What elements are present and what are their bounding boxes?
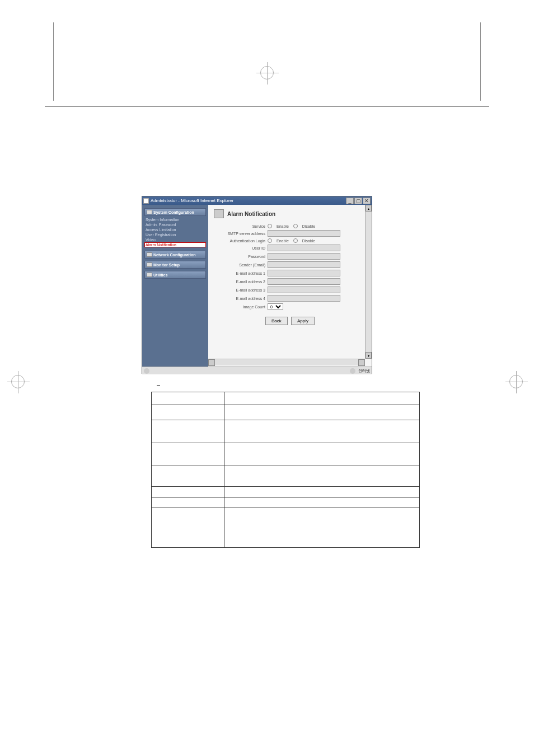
browser-window: Administrator - Microsoft Internet Explo… [142,196,372,374]
window-title: Administrator - Microsoft Internet Explo… [151,198,346,203]
sidebar-item-system-info[interactable]: System Information [144,217,206,222]
scroll-left-button[interactable] [208,359,215,366]
scroll-down-button[interactable]: ▾ [366,352,372,359]
password-label: Password [214,255,268,259]
email1-label: E-mail address 1 [214,271,268,275]
content-area: Alarm Notification Service Enable Disabl… [208,205,372,367]
email1-input[interactable] [268,270,340,276]
sidebar-item-user-registration[interactable]: User Registration [144,232,206,237]
sidebar-section-system-config[interactable]: System Configuration [144,208,206,216]
table-cell [224,443,419,466]
sidebar-header-label: Monitor Setup [153,263,180,267]
sidebar-header-label: System Configuration [153,210,194,214]
table-cell [152,443,224,466]
apply-button[interactable]: Apply [291,317,315,325]
monitor-icon [147,262,152,267]
margin-rule [53,22,54,101]
titlebar: Administrator - Microsoft Internet Explo… [142,196,372,205]
utilities-icon [147,273,152,277]
table-cell [152,420,224,443]
maximize-button[interactable]: ▢ [354,198,362,204]
sidebar: System Configuration System Information … [142,205,208,367]
page-frame [45,106,489,107]
sidebar-item-admin-password[interactable]: Admin. Password [144,222,206,227]
enable-text: Enable [277,224,289,228]
email4-label: E-mail address 4 [214,297,268,300]
auth-disable-radio[interactable] [293,238,298,243]
sidebar-item-video[interactable]: Video [144,237,206,242]
sidebar-section-network-config[interactable]: Network Configuration [144,251,206,259]
sidebar-item-alarm-notification[interactable]: Alarm Notification [144,242,206,247]
zone-text: 인터넷 [358,368,370,374]
bullet-dash [157,385,160,386]
smtp-label: SMTP server address [214,232,268,236]
service-enable-radio[interactable] [268,224,272,228]
email3-label: E-mail address 3 [214,288,268,292]
table-cell [224,405,419,420]
table-cell [152,392,224,405]
table-cell [224,497,419,508]
enable-text: Enable [277,239,289,243]
scroll-right-button[interactable] [358,359,365,366]
app-icon [143,198,149,204]
table-cell [224,487,419,497]
userid-label: User ID [214,246,268,250]
description-table [151,392,420,548]
page-icon [214,209,224,218]
back-button[interactable]: Back [265,317,288,325]
smtp-input[interactable] [268,230,340,237]
disable-text: Disable [302,224,315,228]
table-cell [224,392,419,405]
sidebar-section-monitor-setup[interactable]: Monitor Setup [144,261,206,269]
table-cell [152,466,224,486]
disable-text: Disable [302,239,315,243]
email2-input[interactable] [268,278,340,285]
service-disable-radio[interactable] [293,224,298,228]
status-icon [144,368,149,374]
table-cell [152,487,224,497]
table-cell [152,508,224,547]
page-title: Alarm Notification [227,211,275,217]
service-label: Service [214,224,268,228]
crop-mark-left [11,375,25,388]
vertical-scrollbar[interactable]: ▴ ▾ [365,205,372,359]
table-cell [224,420,419,443]
sidebar-header-label: Utilities [153,273,167,277]
imgcount-select[interactable]: 0 [268,303,283,310]
table-cell [224,466,419,486]
email3-input[interactable] [268,287,340,293]
auth-label: Authentication Login [214,239,268,243]
system-icon [147,210,152,214]
auth-enable-radio[interactable] [268,238,272,243]
close-button[interactable]: ✕ [363,198,371,204]
statusbar: 인터넷 [142,367,372,374]
sender-input[interactable] [268,261,340,268]
imgcount-label: Image Count [214,305,268,309]
scroll-up-button[interactable]: ▴ [366,205,372,212]
network-icon [147,252,152,257]
table-cell [152,497,224,508]
sidebar-section-utilities[interactable]: Utilities [144,271,206,279]
userid-input[interactable] [268,245,340,251]
sender-label: Sender (Email) [214,263,268,267]
sidebar-header-label: Network Configuration [153,253,195,257]
minimize-button[interactable]: _ [346,198,354,204]
sidebar-item-access-limitation[interactable]: Access Limitation [144,227,206,232]
margin-rule [480,22,481,101]
crop-mark-top [260,66,274,79]
password-input[interactable] [268,253,340,260]
email4-input[interactable] [268,295,340,302]
table-cell [152,405,224,420]
horizontal-scrollbar[interactable] [208,359,365,365]
internet-zone-icon [350,368,355,374]
table-cell [224,508,419,547]
email2-label: E-mail address 2 [214,280,268,284]
crop-mark-right [509,375,523,388]
